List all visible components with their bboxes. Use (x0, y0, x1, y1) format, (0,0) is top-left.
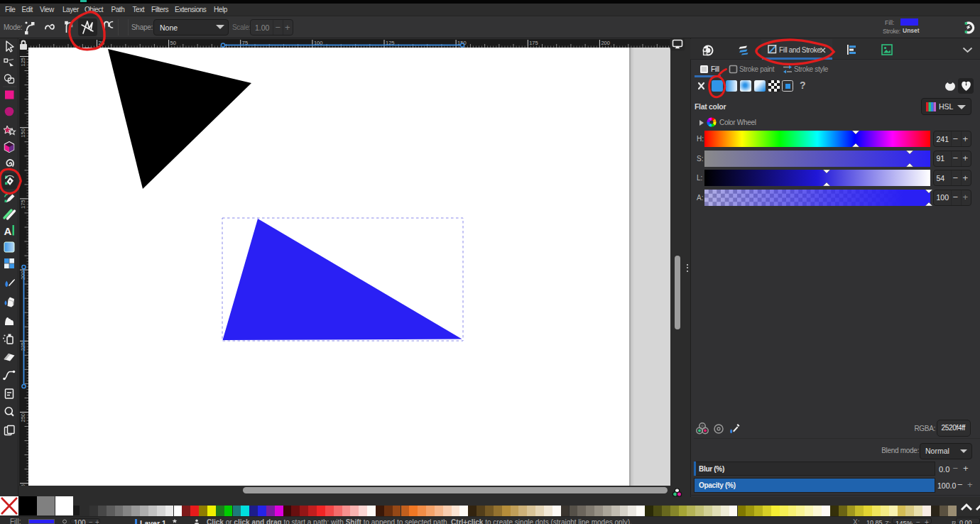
svg-text:125: 125 (20, 58, 26, 67)
svg-text:175: 175 (529, 40, 538, 46)
svg-text:A: A (4, 225, 12, 237)
svg-text:225: 225 (20, 342, 26, 351)
svg-text:25: 25 (99, 40, 104, 46)
svg-text:50: 50 (170, 40, 176, 46)
svg-text:250: 250 (20, 413, 26, 422)
svg-text:200: 200 (20, 271, 26, 280)
svg-text:175: 175 (20, 200, 26, 209)
svg-text:200: 200 (601, 40, 610, 46)
svg-text:275: 275 (20, 484, 26, 486)
svg-text:150: 150 (20, 129, 26, 138)
